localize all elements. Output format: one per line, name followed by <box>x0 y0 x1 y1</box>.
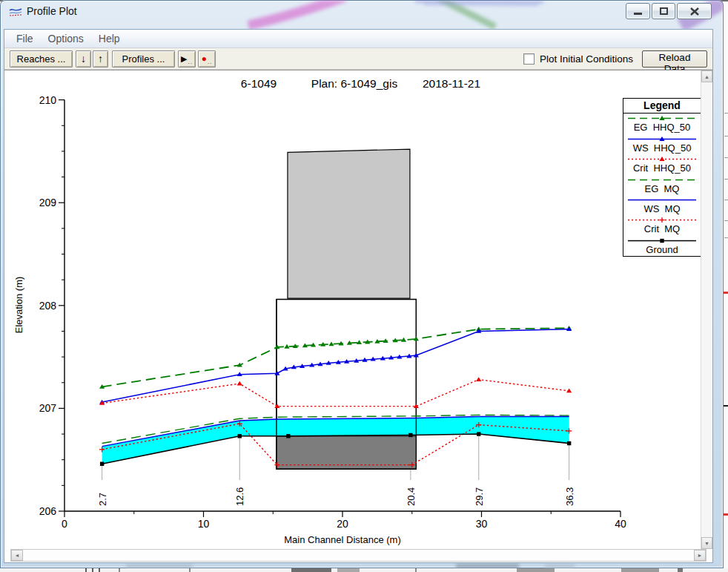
reaches-button[interactable]: Reaches ... <box>10 50 73 68</box>
svg-text:12.6: 12.6 <box>234 487 245 506</box>
scroll-left-icon: ◄ <box>15 553 20 558</box>
close-button[interactable] <box>677 3 712 19</box>
scroll-up-icon: ▲ <box>704 74 709 79</box>
reload-data-button[interactable]: Reload Data <box>642 50 707 68</box>
profile-plot-window: Profile Plot File Options Help Re <box>0 0 724 568</box>
background-bottom-strip <box>0 568 728 572</box>
svg-text:30: 30 <box>476 518 488 530</box>
svg-text:210: 210 <box>39 94 57 106</box>
svg-text:0: 0 <box>62 518 67 530</box>
background-map-red-mark <box>724 292 728 294</box>
plot-initial-conditions-checkbox[interactable] <box>523 53 535 65</box>
svg-text:20.4: 20.4 <box>406 487 417 506</box>
window-bottom-border <box>0 562 724 568</box>
svg-text:10: 10 <box>198 518 210 530</box>
svg-text:40: 40 <box>615 518 626 530</box>
legend-entry-label: EG MQ <box>645 184 680 194</box>
window-client-frame: File Options Help Reaches ... ↓ ↑ Profil… <box>4 30 712 562</box>
svg-text:20: 20 <box>337 518 348 530</box>
legend-line-sample <box>626 176 698 184</box>
maximize-button[interactable] <box>652 3 675 19</box>
reach-up-button[interactable]: ↑ <box>93 50 108 68</box>
svg-text:208: 208 <box>39 300 57 312</box>
background-right-strip <box>724 1 728 568</box>
svg-text:36.3: 36.3 <box>564 487 575 506</box>
svg-text:209: 209 <box>39 197 57 208</box>
chart-legend[interactable]: Legend EG HHQ_50WS HHQ_50Crit HHQ_50EG M… <box>623 98 701 257</box>
record-icon: ● <box>202 54 207 63</box>
legend-entry: Crit MQ <box>623 215 701 235</box>
up-arrow-icon: ↑ <box>98 53 103 64</box>
svg-text:29.7: 29.7 <box>474 487 485 506</box>
glass-map-reflections <box>0 0 724 30</box>
maximize-icon <box>660 7 668 15</box>
profile-plot-icon <box>9 6 22 17</box>
svg-text:6-1049: 6-1049 <box>241 77 277 90</box>
vertical-scrollbar[interactable]: ▲ ▼ <box>701 70 712 549</box>
legend-entry: Crit HHQ_50 <box>623 154 701 174</box>
play-icon: ▶ <box>181 55 187 63</box>
profile-chart[interactable]: 6-1049Plan: 6-1049_gis2018-11-2120620720… <box>4 70 701 550</box>
legend-entry-label: Crit MQ <box>644 224 680 234</box>
legend-entry-label: WS MQ <box>643 204 680 214</box>
legend-entry-label: EG HHQ_50 <box>634 122 691 133</box>
reach-down-button[interactable]: ↓ <box>76 50 91 68</box>
legend-entry: EG HHQ_50 <box>623 114 701 134</box>
legend-entry-label: Ground <box>646 245 678 255</box>
screen: Profile Plot File Options Help Re <box>0 0 728 572</box>
scroll-up-button[interactable]: ▲ <box>701 70 712 82</box>
menu-bar: File Options Help <box>4 30 712 48</box>
profiles-button[interactable]: Profiles ... <box>112 50 175 68</box>
menu-options[interactable]: Options <box>41 30 91 47</box>
svg-text:Main Channel Distance (m): Main Channel Distance (m) <box>284 534 401 545</box>
scroll-left-button[interactable]: ◄ <box>11 550 23 561</box>
ellipsis: .. <box>188 59 193 65</box>
title-bar[interactable]: Profile Plot <box>0 0 724 30</box>
record-button[interactable]: ● .. <box>198 50 216 68</box>
svg-text:Elevation (m): Elevation (m) <box>13 277 24 334</box>
window-title: Profile Plot <box>27 5 77 17</box>
svg-text:206: 206 <box>39 505 57 517</box>
legend-entry: Ground <box>623 235 701 255</box>
minimize-button[interactable] <box>626 3 650 19</box>
animate-button[interactable]: ▶ .. <box>178 50 196 68</box>
plot-initial-conditions-label: Plot Initial Conditions <box>540 53 633 65</box>
legend-entry: WS MQ <box>623 195 701 215</box>
menu-file[interactable]: File <box>9 30 41 47</box>
scroll-down-button[interactable]: ▼ <box>701 537 712 549</box>
caption-buttons <box>626 3 712 19</box>
svg-text:2.7: 2.7 <box>97 493 108 506</box>
legend-entry: EG MQ <box>623 174 701 194</box>
legend-entry-label: WS HHQ_50 <box>633 143 692 154</box>
legend-entry: WS HHQ_50 <box>623 134 701 154</box>
scroll-right-button[interactable]: ► <box>694 550 706 561</box>
legend-entries: EG HHQ_50WS HHQ_50Crit HHQ_50EG MQWS MQC… <box>623 114 701 256</box>
ellipsis: .. <box>208 59 212 65</box>
background-map-red-mark <box>724 513 728 516</box>
horizontal-scrollbar[interactable]: ◄ ► <box>10 549 707 562</box>
scroll-right-icon: ► <box>698 553 703 558</box>
legend-entry-label: Crit HHQ_50 <box>633 163 691 174</box>
menu-help[interactable]: Help <box>91 30 128 47</box>
down-arrow-icon: ↓ <box>81 53 86 64</box>
plot-client-area: 6-1049Plan: 6-1049_gis2018-11-2120620720… <box>4 70 712 549</box>
scroll-down-icon: ▼ <box>704 541 709 546</box>
toolbar: Reaches ... ↓ ↑ Profiles ... ▶ .. ● .. <box>4 48 712 70</box>
svg-text:2018-11-21: 2018-11-21 <box>423 77 480 90</box>
minimize-icon <box>634 8 642 15</box>
svg-text:Plan: 6-1049_gis: Plan: 6-1049_gis <box>311 77 398 90</box>
svg-text:207: 207 <box>39 402 57 414</box>
close-icon <box>690 7 699 16</box>
legend-title: Legend <box>623 99 701 114</box>
